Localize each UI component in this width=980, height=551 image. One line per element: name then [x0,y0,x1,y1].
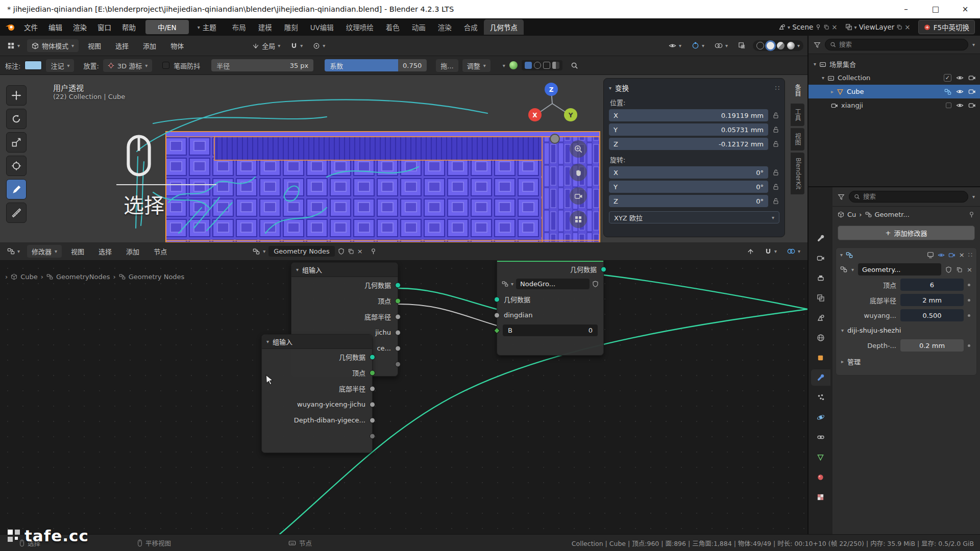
placement-dropdown[interactable]: 3D 游标 ▾ [103,59,152,72]
location-x-field[interactable]: X0.19119 mm [609,109,768,121]
sidebar-tab-tool[interactable]: 工具 [791,104,804,126]
node-input-socket-row[interactable]: 几何数据 [497,291,603,307]
expand-icon[interactable]: ▾ [503,63,505,68]
menu-help[interactable]: 帮助 [117,20,141,34]
annotation-color-swatch[interactable] [24,61,42,70]
workspace-tab-layout[interactable]: 布局 [226,19,252,35]
rotation-y-field[interactable]: Y0° [609,181,768,193]
fake-user-shield-icon[interactable] [945,266,952,273]
collapse-icon[interactable]: ▾ [840,252,843,258]
location-z-field[interactable]: Z-0.12172 mm [609,138,768,150]
new-copy-icon[interactable] [823,24,829,30]
stabilize-stroke-checkbox[interactable] [162,62,169,69]
workspace-tab-geometry-nodes[interactable]: 几何节点 [484,19,524,35]
scale-tool-button[interactable] [6,132,27,153]
dropdown-icon[interactable]: ▾ [972,42,975,47]
pin-icon[interactable] [370,248,377,255]
pan-hand-button[interactable] [570,164,587,181]
minimize-button[interactable]: – [891,0,921,18]
tab-tool[interactable] [811,230,830,246]
node-group-name-field[interactable]: NodeGro... [516,279,590,289]
realtime-toggle-icon[interactable] [938,252,945,259]
rotation-z-field[interactable]: Z0° [609,195,768,207]
unlink-icon[interactable]: × [357,247,363,255]
close-button[interactable]: × [950,0,980,18]
transform-panel-header[interactable]: ▾ 变换 ∷ [609,83,779,93]
workspace-tab-animation[interactable]: 动画 [406,19,432,35]
wuyang-field[interactable]: 0.500 [900,309,964,321]
new-copy-icon[interactable] [956,266,963,273]
drag-handle-icon[interactable]: ∷ [775,84,779,92]
lock-icon[interactable] [772,140,779,147]
placement-stroke-button[interactable] [543,62,550,69]
node-virtual-socket-row[interactable] [262,428,372,444]
outliner-row-collection[interactable]: ▾ Collection ✓ [808,71,980,85]
placement-origin-button[interactable] [525,62,532,69]
shading-rendered-button[interactable] [787,42,795,49]
hide-eye-icon[interactable] [956,74,964,82]
node-output-socket-row[interactable]: wuyang-yiceng-jichu [262,396,372,412]
geometry-socket[interactable] [601,266,606,272]
node-output-socket-row[interactable]: 底部半径 [262,381,372,396]
pin-icon[interactable] [968,211,975,218]
chevron-right-icon[interactable]: › [5,273,8,281]
note-layer-dropdown[interactable]: 注记 ▾ [46,59,74,72]
lock-icon[interactable] [772,197,779,205]
edit-mode-toggle-icon[interactable] [927,252,934,259]
outliner-row-scene-collection[interactable]: ▾ 场景集合 [808,57,980,71]
vertices-field[interactable]: 6 [900,279,964,291]
language-toggle-button[interactable]: 中/EN [145,20,189,34]
transform-orientation-dropdown[interactable]: 全局 ▾ [249,39,283,52]
float-socket[interactable] [370,402,375,407]
menu-object[interactable]: 物体 [165,39,189,53]
tab-modifiers[interactable] [811,369,830,386]
sidebar-tab-view[interactable]: 视图 [791,128,804,151]
float-socket[interactable] [395,345,401,351]
disable-render-icon[interactable] [968,102,976,109]
lock-icon[interactable] [772,126,779,133]
menu-view[interactable]: 视图 [66,244,89,258]
expand-icon[interactable]: ▸ [831,89,834,94]
placement-view-button[interactable] [552,62,559,69]
tab-texture[interactable] [811,489,830,505]
editor-type-button[interactable]: ▾ [4,40,23,51]
workspace-tab-sculpting[interactable]: 雕刻 [278,19,304,35]
placement-surface-button[interactable] [534,62,541,69]
shading-solid-button[interactable] [767,42,774,49]
shading-wireframe-button[interactable] [756,42,764,49]
scene-selector[interactable]: ▾ Scene × [778,23,838,31]
expand-icon[interactable]: ▾ [814,61,816,67]
menu-file[interactable]: 文件 [19,20,43,34]
virtual-socket[interactable] [395,361,401,367]
tab-view-layer[interactable] [811,290,830,306]
filter-icon[interactable] [814,41,821,48]
geometry-socket[interactable] [370,354,375,360]
proportional-editing-toggle[interactable]: ▾ [310,41,328,51]
properties-search-input[interactable] [863,193,963,201]
viewport-canvas[interactable]: 用户透视 (22) Collection | Cube 选择 Z [0,75,807,242]
dropdown-icon[interactable]: ▾ [851,267,854,272]
float-socket[interactable] [494,312,500,318]
expand-icon[interactable]: ▾ [822,75,824,81]
menu-node[interactable]: 节点 [149,244,172,258]
close-icon[interactable]: × [831,23,837,31]
dropdown-icon[interactable]: ▾ [972,194,975,199]
float-socket[interactable] [395,314,401,319]
move-tool-button[interactable] [6,85,27,106]
search-icon[interactable] [571,62,578,69]
workspace-tab-rendering[interactable]: 渲染 [432,19,458,35]
annotate-tool-button[interactable] [6,179,27,199]
geometry-socket[interactable] [494,296,500,302]
navigation-gizmo[interactable]: Z X Y [520,78,587,131]
animate-dot-icon[interactable] [968,344,970,347]
lock-icon[interactable] [772,112,779,119]
menu-edit[interactable]: 编辑 [43,20,67,34]
virtual-socket[interactable] [370,433,375,439]
collapse-icon[interactable]: ▾ [266,339,269,344]
overlays-dropdown[interactable]: ▾ [712,40,731,51]
node-output-socket-row[interactable]: Depth-diban-yigece... [262,412,372,428]
collapse-icon[interactable]: ▾ [296,267,299,272]
breadcrumb-tree[interactable]: Geometry Nodes [129,273,185,281]
float-socket[interactable] [370,386,375,391]
drag-handle-icon[interactable]: ∷ [968,251,972,259]
